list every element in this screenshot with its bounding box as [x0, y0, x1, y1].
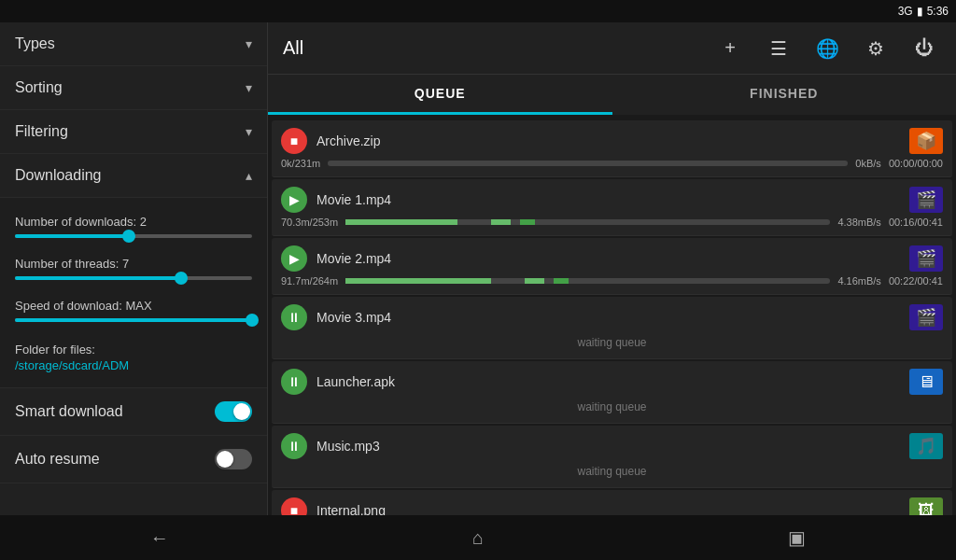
tabs-row: QUEUE FINISHED — [268, 75, 956, 115]
sidebar-item-filtering[interactable]: Filtering ▾ — [0, 110, 267, 154]
bottom-nav: ← ⌂ ▣ — [0, 515, 956, 560]
download-item-top: ■ Internal.png 🖼 — [281, 497, 943, 515]
download-list: ■ Archive.zip 📦 0k/231m 0kB/s 00:00/00:0… — [268, 115, 956, 515]
threads-slider-track — [15, 276, 252, 280]
sidebar-item-sorting[interactable]: Sorting ▾ — [0, 66, 267, 110]
content-area: All + ☰ 🌐 ⚙ ⏻ QUEUE FINISHED ■ Archive.z… — [268, 22, 956, 515]
time-text: 00:16/00:41 — [889, 217, 943, 228]
time-text: 00:00/00:00 — [889, 158, 943, 169]
time-display: 5:36 — [927, 5, 949, 18]
page-title: All — [283, 37, 698, 59]
folder-label: Folder for files: — [15, 343, 252, 357]
tab-finished[interactable]: FINISHED — [612, 75, 957, 115]
sidebar-sorting-label: Sorting — [15, 79, 63, 96]
stop-icon[interactable]: ■ — [281, 128, 307, 154]
speed-slider-thumb[interactable] — [246, 314, 259, 327]
download-item[interactable]: ▶ Movie 1.mp4 🎬 70.3m/253m 4.38mB/s — [272, 179, 952, 236]
download-name: Movie 2.mp4 — [316, 251, 900, 266]
download-item[interactable]: ■ Archive.zip 📦 0k/231m 0kB/s 00:00/00:0… — [272, 120, 952, 177]
threads-slider-fill — [15, 276, 181, 280]
auto-resume-row[interactable]: Auto resume — [0, 436, 267, 483]
tab-queue[interactable]: QUEUE — [268, 75, 612, 115]
progress-bar — [345, 278, 830, 284]
sidebar-filtering-label: Filtering — [15, 123, 68, 140]
download-item-top: ▶ Movie 2.mp4 🎬 — [281, 245, 943, 272]
download-item[interactable]: ⏸ Music.mp3 🎵 waiting queue — [272, 426, 952, 488]
download-item[interactable]: ⏸ Movie 3.mp4 🎬 waiting queue — [272, 297, 952, 359]
progress-text: 0k/231m — [281, 158, 320, 169]
auto-resume-knob — [217, 451, 233, 468]
chevron-down-icon: ▾ — [246, 36, 252, 51]
status-bar: 3G ▮ 5:36 — [0, 0, 956, 22]
download-name: Launcher.apk — [316, 374, 900, 389]
download-name: Movie 3.mp4 — [316, 310, 900, 325]
speed-label: Speed of download: MAX — [15, 299, 252, 313]
progress-row: 0k/231m 0kB/s 00:00/00:00 — [281, 158, 943, 169]
globe-icon[interactable]: 🌐 — [810, 32, 844, 65]
progress-row: 70.3m/253m 4.38mB/s 00:16/00:41 — [281, 217, 943, 228]
download-name: Music.mp3 — [316, 439, 900, 454]
waiting-label: waiting queue — [281, 463, 943, 480]
progress-row: 91.7m/264m 4.16mB/s 00:22/00:41 — [281, 275, 943, 287]
sidebar-types-label: Types — [15, 35, 55, 52]
progress-text: 70.3m/253m — [281, 217, 338, 228]
download-thumb: 🎬 — [909, 245, 943, 272]
back-button[interactable]: ← — [132, 521, 188, 554]
pause-icon[interactable]: ⏸ — [281, 433, 307, 459]
waiting-label: waiting queue — [281, 334, 943, 351]
sidebar: Types ▾ Sorting ▾ Filtering ▾ Downloadin… — [0, 22, 268, 515]
chevron-up-icon: ▴ — [246, 168, 252, 183]
speed-slider-fill — [15, 318, 252, 322]
settings-icon[interactable]: ⚙ — [859, 32, 893, 65]
download-item-top: ⏸ Music.mp3 🎵 — [281, 433, 943, 459]
smart-download-knob — [233, 403, 250, 420]
recent-button[interactable]: ▣ — [768, 521, 824, 554]
smart-download-row[interactable]: Smart download — [0, 388, 267, 436]
speed-text: 0kB/s — [855, 158, 881, 169]
download-item[interactable]: ⏸ Launcher.apk 🖥 waiting queue — [272, 361, 952, 424]
download-item-top: ⏸ Movie 3.mp4 🎬 — [281, 304, 943, 330]
progress-text: 91.7m/264m — [281, 275, 338, 287]
threads-count-label: Number of threads: 7 — [15, 257, 252, 271]
download-name: Archive.zip — [316, 133, 900, 148]
smart-download-toggle[interactable] — [215, 401, 252, 422]
progress-bar — [328, 161, 848, 166]
progress-bar — [345, 219, 830, 225]
download-thumb: 🎬 — [909, 304, 943, 330]
signal-icon: 3G — [898, 5, 913, 18]
speed-slider-track — [15, 318, 252, 322]
downloads-slider-fill — [15, 234, 129, 238]
pause-icon[interactable]: ⏸ — [281, 304, 307, 330]
time-text: 00:22/00:41 — [889, 275, 943, 287]
download-name: Movie 1.mp4 — [316, 192, 900, 207]
main-layout: Types ▾ Sorting ▾ Filtering ▾ Downloadin… — [0, 22, 956, 515]
play-icon[interactable]: ▶ — [281, 187, 307, 213]
download-item-top: ⏸ Launcher.apk 🖥 — [281, 369, 943, 395]
battery-icon: ▮ — [917, 5, 923, 18]
sidebar-item-types[interactable]: Types ▾ — [0, 22, 267, 66]
stop-icon[interactable]: ■ — [281, 497, 307, 515]
threads-slider-thumb[interactable] — [175, 272, 188, 285]
download-thumb: 📦 — [909, 128, 943, 154]
download-thumb: 🖥 — [909, 369, 943, 395]
download-thumb: 🖼 — [909, 497, 943, 515]
downloads-count-label: Number of downloads: 2 — [15, 215, 252, 229]
home-button[interactable]: ⌂ — [450, 521, 506, 554]
chevron-down-icon: ▾ — [246, 80, 252, 95]
speed-text: 4.38mB/s — [837, 217, 880, 228]
folder-path: /storage/sdcard/ADM — [15, 358, 252, 372]
downloads-slider-thumb[interactable] — [122, 230, 135, 243]
add-button[interactable]: + — [713, 32, 747, 65]
chevron-down-icon: ▾ — [246, 124, 252, 139]
play-icon[interactable]: ▶ — [281, 245, 307, 272]
pause-icon[interactable]: ⏸ — [281, 369, 307, 395]
status-icons: 3G ▮ 5:36 — [898, 5, 949, 18]
download-name: Internal.png — [316, 503, 900, 515]
power-icon[interactable]: ⏻ — [907, 32, 941, 65]
auto-resume-label: Auto resume — [15, 451, 100, 468]
list-icon[interactable]: ☰ — [762, 32, 795, 65]
auto-resume-toggle[interactable] — [215, 449, 252, 469]
download-item[interactable]: ▶ Movie 2.mp4 🎬 91.7m/264m 4.16mB/s — [272, 238, 952, 295]
sidebar-item-downloading[interactable]: Downloading ▴ — [0, 154, 267, 198]
download-item[interactable]: ■ Internal.png 🖼 — [272, 490, 952, 515]
